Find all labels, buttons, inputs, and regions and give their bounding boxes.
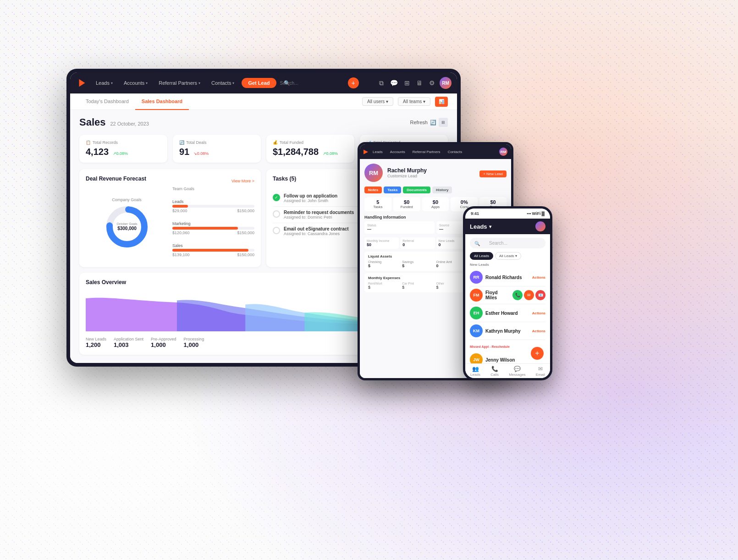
nav-item-accounts[interactable]: Accounts ▾: [120, 78, 151, 88]
team-goals-label: Team Goals: [172, 187, 254, 191]
goal-bar-leads: [172, 205, 254, 208]
chat-icon[interactable]: 💬: [388, 78, 400, 88]
task-text: Follow up on application: [284, 193, 337, 198]
phone-status-bar: 9:41 ▪▪▪ WiFi ▓: [465, 209, 550, 219]
nav-item-contacts[interactable]: Contacts ▾: [208, 78, 238, 88]
tablet2-nav: ▶ Leads Accounts Referral Partners Conta…: [360, 144, 511, 159]
t2-stat-apps: $0 Apps: [422, 197, 449, 211]
task-assignee: Assigned to: John Smith: [284, 198, 337, 203]
chevron-down-icon: ▾: [232, 81, 234, 85]
actions-label[interactable]: Actions: [532, 311, 545, 315]
svg-text:October Goals: October Goals: [116, 222, 138, 225]
grid-icon[interactable]: ⊞: [402, 78, 412, 88]
t2-new-lead-btn[interactable]: + New Lead: [479, 169, 507, 177]
t2-pill-notes[interactable]: Notes: [364, 187, 382, 193]
t2-pill-tasks[interactable]: Tasks: [384, 187, 401, 193]
dashboard-title: Sales: [79, 116, 106, 128]
view-more-link[interactable]: View More >: [231, 179, 254, 183]
phone-action-icons: 📞 ✉ 📧: [512, 290, 545, 300]
lead-avatar-esther: EH: [470, 307, 483, 319]
t2-logo: ▶: [363, 148, 368, 155]
refresh-button[interactable]: Refresh 🔄 ⊞: [410, 118, 448, 127]
grid-view-icon[interactable]: ⊞: [439, 118, 448, 127]
lead-avatar-floyd: FM: [470, 289, 483, 302]
tab-sales-dashboard[interactable]: Sales Dashboard: [135, 93, 189, 110]
call-icon-btn[interactable]: 📞: [512, 290, 523, 300]
tasks-title: Tasks (5): [273, 176, 296, 182]
section-label-new-leads: New Leads: [470, 263, 545, 267]
svg-marker-0: [79, 79, 85, 87]
sms-icon-btn[interactable]: ✉: [524, 290, 534, 300]
t2-nav-leads[interactable]: Leads: [370, 149, 385, 155]
phone-nav-messages[interactable]: 💬 Messages: [509, 366, 525, 377]
nav-bar: Leads ▾ Accounts ▾ Referral Partners ▾ C…: [70, 72, 457, 93]
t2-stat-funded: $0 Funded: [393, 197, 420, 211]
phone-search-bar[interactable]: 🔍 Search...: [470, 238, 545, 248]
status-icons: ▪▪▪ WiFi ▓: [527, 211, 545, 216]
user-avatar[interactable]: RM: [440, 77, 452, 89]
t2-action-pills: Notes Tasks Documents History: [364, 187, 507, 193]
t2-nav-contacts[interactable]: Contacts: [446, 149, 465, 155]
add-button[interactable]: +: [348, 77, 359, 88]
phone-time: 9:41: [471, 211, 479, 216]
t2-person-name: Rachel Murphy: [387, 167, 427, 174]
goal-bar-marketing: [172, 227, 254, 230]
legend-processing: Processing 1,000: [184, 337, 204, 348]
stat-card-records: 📋 Total Records 4,123 ↗0.08%: [79, 135, 167, 163]
search-icon: 🔍: [284, 80, 290, 86]
phone-nav-leads[interactable]: 👥 Leads: [470, 366, 480, 377]
t2-stat-tasks: 5 Tasks: [364, 197, 391, 211]
messages-nav-icon: 💬: [514, 366, 521, 372]
nav-item-leads[interactable]: Leads ▾: [92, 78, 116, 88]
all-users-filter[interactable]: All users ▾: [362, 97, 393, 106]
chevron-down-icon: ▾: [146, 81, 148, 85]
task-check-pending: [273, 227, 280, 234]
dashboard-header: Sales 22 October, 2023 Refresh 🔄 ⊞: [79, 116, 448, 128]
settings-icon[interactable]: ⚙: [427, 78, 437, 88]
actions-label[interactable]: Actions: [532, 275, 545, 280]
wifi-icon: WiFi: [532, 211, 541, 216]
dashboard-date: 22 October, 2023: [110, 121, 149, 126]
lead-item-floyd: FM Floyd Miles 📞 ✉ 📧: [470, 286, 545, 304]
phone-filter-all-leads[interactable]: All Leads: [470, 252, 493, 260]
phone-nav-calls[interactable]: 📞 Calls: [490, 366, 499, 377]
t2-profile-row: RM Rachel Murphy Customize Lead + New Le…: [364, 164, 507, 182]
phone-fab-button[interactable]: +: [531, 347, 544, 360]
funded-icon: 💰: [273, 140, 278, 145]
lead-item-esther: EH Esther Howard Actions: [470, 304, 545, 322]
task-check-done: ✓: [273, 194, 280, 201]
lead-avatar-ronald: RR: [470, 271, 483, 284]
copy-icon[interactable]: ⧉: [377, 78, 386, 88]
chevron-down-icon: ▾: [489, 224, 491, 229]
chevron-down-icon: ▾: [198, 81, 200, 85]
tab-today-dashboard[interactable]: Today's Dashboard: [79, 93, 135, 110]
monitor-icon[interactable]: 🖥: [414, 78, 424, 88]
search-wrapper: 🔍: [280, 81, 344, 86]
phone-nav-email[interactable]: ✉ Email: [536, 366, 545, 377]
chart-icon: 📊: [439, 99, 444, 104]
battery-icon: ▓: [541, 211, 545, 216]
company-goals-label: Company Goals: [112, 198, 142, 202]
phone-search-icon: 🔍: [474, 241, 480, 246]
get-lead-button[interactable]: Get Lead: [242, 78, 276, 88]
chart-toggle-button[interactable]: 📊: [435, 97, 448, 107]
chevron-down-icon: ▾: [111, 81, 113, 85]
refresh-icon: 🔄: [430, 120, 436, 126]
t2-pill-docs[interactable]: Documents: [403, 187, 430, 193]
all-teams-filter[interactable]: All teams ▾: [398, 97, 430, 106]
nav-item-referral[interactable]: Referral Partners ▾: [155, 78, 204, 88]
dropdown-toggle[interactable]: All Leads ▾: [495, 252, 521, 260]
task-assignee: Assigned to: Cassandra Jones: [284, 231, 349, 236]
t2-nav-referral[interactable]: Referral Partners: [410, 149, 443, 155]
t2-pill-history[interactable]: History: [432, 187, 452, 193]
stat-card-funded: 💰 Total Funded $1,284,788 ↗0.08%: [266, 135, 354, 163]
phone-avatar: [535, 221, 545, 231]
email-nav-icon: ✉: [538, 366, 543, 372]
actions-label[interactable]: Actions: [532, 329, 545, 333]
email-icon-btn[interactable]: 📧: [535, 290, 545, 300]
t2-monthly-referral: Referral 0: [400, 237, 435, 249]
goal-values-leads: $29,000 $150,000: [172, 209, 254, 213]
t2-nav-accounts[interactable]: Accounts: [388, 149, 408, 155]
signal-icon: ▪▪▪: [527, 211, 531, 216]
lead-avatar-kathryn: KM: [470, 324, 483, 337]
